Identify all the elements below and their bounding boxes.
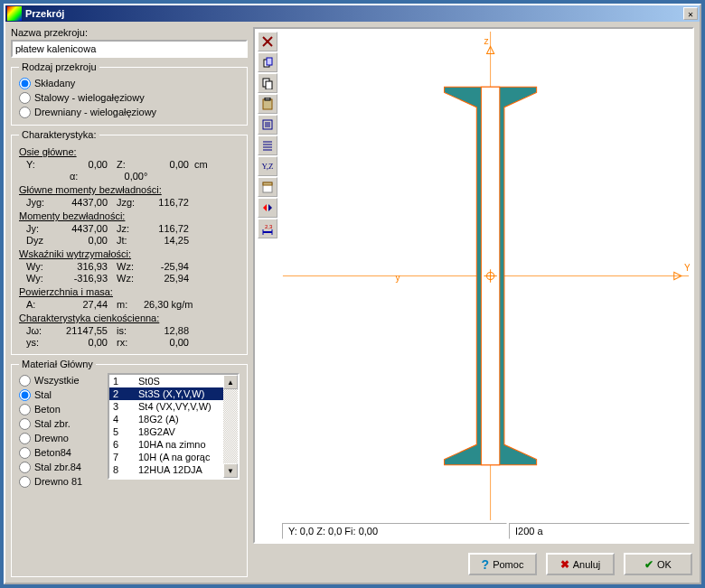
tool-yz-icon[interactable]: Y,Z (258, 156, 277, 176)
svg-marker-18 (263, 204, 267, 211)
mat-radio-7[interactable] (19, 476, 31, 488)
name-input[interactable] (11, 40, 248, 58)
help-button[interactable]: ?Pomoc (468, 553, 537, 575)
strength-row-2: Wy:-316,93 Wz:25,94 (19, 273, 240, 284)
thin-row-2: ys:0,00 rx:0,00 (19, 337, 240, 348)
cancel-button[interactable]: ✖Anuluj (546, 553, 615, 575)
status-profile: I200 a (509, 523, 690, 539)
list-item[interactable]: 610HA na zimno (109, 438, 223, 451)
svg-text:z: z (484, 36, 488, 46)
tool-deselect-icon[interactable] (258, 32, 277, 51)
svg-text:2,3: 2,3 (265, 224, 273, 229)
scroll-down-button[interactable]: ▼ (223, 463, 238, 478)
type-label-2: Drewniany - wielogałęziowy (34, 107, 156, 117)
tool-copy-icon[interactable] (258, 73, 277, 93)
list-item[interactable]: 1St0S (109, 375, 223, 387)
ok-button[interactable]: ✔OK (624, 553, 692, 575)
mat-radio-6[interactable] (19, 462, 31, 473)
material-legend: Materiał Główny (19, 359, 96, 369)
tool-props-icon[interactable] (258, 115, 277, 135)
moments-main-heading: Główne momenty bezwładności: (19, 184, 240, 195)
mat-label-1: Stal (34, 389, 52, 400)
mat-label-2: Beton (34, 404, 61, 415)
help-icon: ? (482, 557, 490, 572)
dialog-window: Przekrój ✕ Nazwa przekroju: Rodzaj przek… (4, 4, 701, 584)
svg-rect-5 (266, 81, 272, 89)
canvas-panel: Y,Z 2,3 Y y z (253, 27, 694, 544)
mat-radio-5[interactable] (19, 447, 31, 459)
help-label: Pomoc (493, 559, 523, 570)
svg-rect-17 (263, 182, 272, 185)
list-item[interactable]: 518G2AV (109, 425, 223, 438)
list-item[interactable]: 418G2 (A) (109, 413, 223, 425)
material-radios: Wszystkie Stal Beton Stal zbr. Drewno Be… (19, 373, 104, 489)
button-row: ?Pomoc ✖Anuluj ✔OK (253, 547, 694, 577)
type-radio-1[interactable] (19, 92, 31, 104)
type-group: Rodzaj przekroju Składany Stalowy - wiel… (11, 61, 248, 126)
svg-text:Y: Y (684, 263, 690, 273)
type-legend: Rodzaj przekroju (19, 61, 99, 72)
ok-icon: ✔ (644, 558, 653, 571)
tool-insert-icon[interactable] (258, 52, 277, 72)
mat-label-6: Stal zbr.84 (34, 462, 81, 472)
mat-radio-2[interactable] (19, 404, 31, 415)
mat-radio-1[interactable] (19, 389, 31, 401)
svg-text:y: y (395, 273, 400, 283)
material-group: Materiał Główny Wszystkie Stal Beton Sta… (11, 359, 248, 577)
mat-radio-0[interactable] (19, 375, 31, 387)
list-item[interactable]: 710H (A na gorąc (109, 451, 223, 463)
moments-row-2: Dyz0,00 Jt:14,25 (19, 235, 240, 246)
list-item[interactable]: 2St3S (X,Y,V,W) (109, 387, 223, 400)
axes-row-2: α: 0,00 ° (19, 171, 240, 182)
section-drawing[interactable]: Y y z (282, 32, 690, 520)
svg-rect-6 (263, 99, 272, 109)
content: Nazwa przekroju: Rodzaj przekroju Składa… (5, 22, 700, 583)
svg-rect-7 (265, 98, 270, 100)
mat-label-4: Drewno (34, 433, 69, 443)
axes-heading: Osie główne: (19, 146, 240, 157)
char-legend: Charakterystyka: (19, 129, 99, 140)
tool-dims-icon[interactable]: 2,3 (258, 219, 277, 238)
strength-row-1: Wy:316,93 Wz:-25,94 (19, 261, 240, 272)
characteristics-group: Charakterystyka: Osie główne: Y:0,00 Z:0… (11, 129, 248, 355)
scroll-track[interactable] (223, 389, 238, 463)
mat-label-7: Drewno 81 (34, 476, 82, 487)
mat-radio-4[interactable] (19, 433, 31, 444)
svg-marker-19 (268, 204, 272, 211)
scroll-up-button[interactable]: ▲ (223, 375, 238, 389)
list-item[interactable]: 3St4 (VX,VY,V,W) (109, 400, 223, 413)
moments-row-1: Jy:4437,00 Jz:116,72 (19, 223, 240, 234)
area-heading: Powierzchnia i masa: (19, 286, 240, 297)
tool-mirror-icon[interactable] (258, 198, 277, 218)
moments-heading: Momenty bezwładności: (19, 210, 240, 221)
ok-label: OK (657, 559, 672, 570)
axes-row-1: Y:0,00 Z:0,00 cm (19, 159, 240, 170)
mat-radio-3[interactable] (19, 418, 31, 430)
strength-heading: Wskaźniki wytrzymałości: (19, 248, 240, 259)
svg-rect-3 (267, 58, 272, 65)
material-listbox[interactable]: 1St0S2St3S (X,Y,V,W)3St4 (VX,VY,V,W)418G… (108, 373, 240, 480)
section-svg: Y y z (282, 32, 690, 520)
moments-main-row: Jyg:4437,00 Jzg:116,72 (19, 197, 240, 208)
close-button[interactable]: ✕ (683, 7, 698, 20)
thin-row-1: Jω:21147,55 is:12,88 (19, 325, 240, 336)
right-column: Y,Z 2,3 Y y z (253, 27, 694, 577)
tool-sheet-icon[interactable] (258, 177, 277, 197)
type-label-0: Składany (34, 78, 75, 89)
type-label-1: Stalowy - wielogałęziowy (34, 92, 145, 103)
type-radio-2[interactable] (19, 107, 31, 118)
list-item[interactable]: 812HUA 12DJA (109, 463, 223, 476)
cancel-label: Anuluj (573, 559, 601, 570)
tool-paste-icon[interactable] (258, 94, 277, 114)
tool-list-icon[interactable] (258, 135, 277, 155)
mat-label-0: Wszystkie (34, 375, 80, 386)
name-label: Nazwa przekroju: (11, 27, 248, 38)
listbox-scrollbar[interactable]: ▲ ▼ (223, 375, 238, 478)
type-radio-0[interactable] (19, 78, 31, 89)
area-row: A:27,44 m:26,30 kg/m (19, 299, 240, 310)
titlebar[interactable]: Przekrój ✕ (5, 5, 700, 22)
status-coords: Y: 0,0 Z: 0,0 Fi: 0,00 (282, 523, 507, 539)
cancel-icon: ✖ (560, 558, 569, 571)
app-icon (7, 6, 22, 21)
left-column: Nazwa przekroju: Rodzaj przekroju Składa… (11, 27, 248, 577)
